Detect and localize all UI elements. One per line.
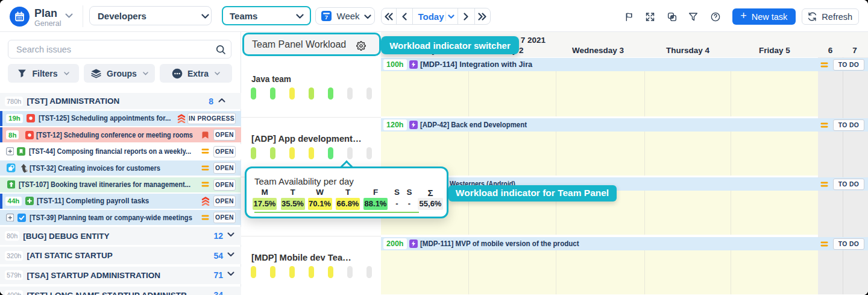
svg-text:7: 7 [324,14,327,21]
